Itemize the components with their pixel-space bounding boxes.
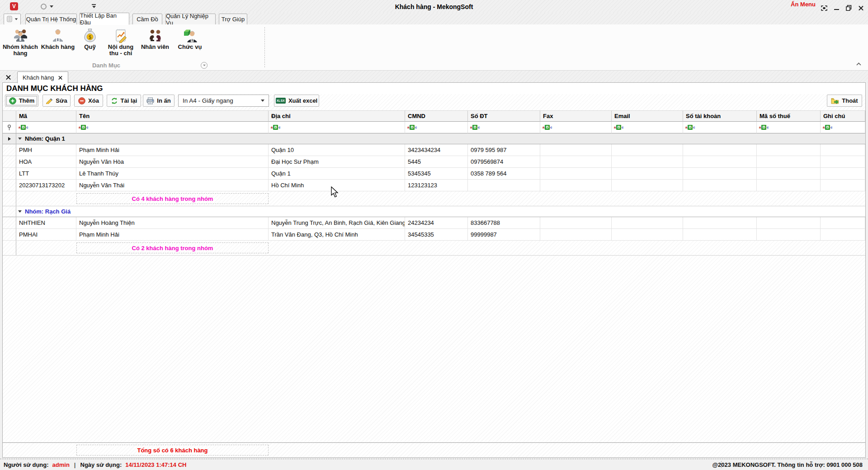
cell-so-tai-khoan[interactable] bbox=[683, 229, 757, 241]
cell-ghi-chu[interactable] bbox=[821, 156, 865, 168]
cell-ma[interactable]: 20230713173202 bbox=[16, 180, 76, 191]
column-header-ghi-chu[interactable]: Ghi chú bbox=[821, 110, 865, 122]
cell-ma-so-thue[interactable] bbox=[757, 168, 821, 180]
exit-button[interactable]: Thoát bbox=[827, 95, 862, 107]
cell-so-tai-khoan[interactable] bbox=[683, 180, 757, 191]
cell-ten[interactable]: Nguyễn Hoàng Thiện bbox=[76, 217, 269, 229]
cell-ghi-chu[interactable] bbox=[821, 229, 865, 241]
hide-menu-link[interactable]: Ẩn Menu bbox=[791, 1, 816, 8]
cell-so-dt[interactable]: 0979 595 987 bbox=[468, 144, 540, 156]
cell-ten[interactable]: Nguyễn Văn Thái bbox=[76, 180, 269, 191]
column-header-ten[interactable]: Tên bbox=[76, 110, 269, 122]
cell-so-tai-khoan[interactable] bbox=[683, 144, 757, 156]
add-button[interactable]: Thêm bbox=[5, 95, 38, 107]
filter-cell-ma-so-thue[interactable]: aBc bbox=[757, 122, 821, 133]
cell-ma[interactable]: PMH bbox=[16, 144, 76, 156]
cell-dia-chi[interactable]: Đại Học Sư Phạm bbox=[269, 156, 405, 168]
minimize-button[interactable] bbox=[834, 6, 839, 10]
ribbon-item-chuc-vu[interactable]: Chức vụ bbox=[172, 27, 208, 50]
cell-dia-chi[interactable]: Nguyễn Trung Trực, An Binh, Rạch Giá, Ki… bbox=[269, 217, 405, 229]
cell-ten[interactable]: Lê Thanh Thúy bbox=[76, 168, 269, 180]
cell-email[interactable] bbox=[612, 168, 683, 180]
cell-so-tai-khoan[interactable] bbox=[683, 217, 757, 229]
document-tab-khach-hang[interactable]: Khách hàng bbox=[17, 71, 68, 83]
ribbon-item-nhom-khach-hang[interactable]: Nhóm khách hàng bbox=[2, 27, 38, 57]
cell-ma[interactable]: PMHAI bbox=[16, 229, 76, 241]
filter-cell-email[interactable]: aBc bbox=[612, 122, 683, 133]
ribbon-item-khach-hang[interactable]: Khách hàng bbox=[40, 27, 76, 50]
reload-button[interactable]: Tải lại bbox=[107, 95, 141, 107]
ribbon-menu-button[interactable] bbox=[4, 14, 21, 25]
cell-dia-chi[interactable]: Quận 10 bbox=[269, 144, 405, 156]
cell-email[interactable] bbox=[612, 144, 683, 156]
group-dialog-launcher-icon[interactable] bbox=[201, 62, 208, 69]
cell-cmnd[interactable]: 5445 bbox=[405, 156, 468, 168]
group-row-quan-1[interactable]: Nhóm: Quận 1 bbox=[3, 133, 865, 144]
cell-so-tai-khoan[interactable] bbox=[683, 168, 757, 180]
table-row[interactable]: HOA Nguyễn Văn Hòa Đại Học Sư Phạm 5445 … bbox=[3, 156, 865, 168]
ribbon-tab-thiet-lap-ban-dau[interactable]: Thiết Lập Ban Đầu bbox=[80, 13, 129, 25]
print-button[interactable]: In ấn bbox=[143, 95, 175, 107]
cell-ma[interactable]: LTT bbox=[16, 168, 76, 180]
ribbon-tab-tro-giup[interactable]: Trợ Giúp bbox=[219, 14, 247, 25]
delete-button[interactable]: Xóa bbox=[74, 95, 103, 107]
cell-ma-so-thue[interactable] bbox=[757, 156, 821, 168]
cell-email[interactable] bbox=[612, 229, 683, 241]
filter-cell-cmnd[interactable]: aBc bbox=[405, 122, 468, 133]
cell-cmnd[interactable]: 5345345 bbox=[405, 168, 468, 180]
cell-fax[interactable] bbox=[540, 168, 612, 180]
column-header-fax[interactable]: Fax bbox=[540, 110, 612, 122]
filter-cell-fax[interactable]: aBc bbox=[540, 122, 612, 133]
ribbon-item-nhan-vien[interactable]: Nhân viên bbox=[137, 27, 173, 50]
column-header-dia-chi[interactable]: Địa chỉ bbox=[269, 110, 405, 122]
filter-cell-ghi-chu[interactable]: aBc bbox=[821, 122, 865, 133]
column-header-ma[interactable]: Mã bbox=[16, 110, 76, 122]
column-header-email[interactable]: Email bbox=[612, 110, 683, 122]
cell-ma-so-thue[interactable] bbox=[757, 229, 821, 241]
ribbon-tab-quan-tri-he-thong[interactable]: Quản Trị Hệ Thống bbox=[25, 14, 77, 25]
table-row[interactable]: PMH Phạm Minh Hải Quận 10 3423434234 097… bbox=[3, 144, 865, 156]
cell-dia-chi[interactable]: Quận 1 bbox=[269, 168, 405, 180]
edit-button[interactable]: Sửa bbox=[42, 95, 71, 107]
cell-ghi-chu[interactable] bbox=[821, 217, 865, 229]
collapse-group-icon[interactable] bbox=[18, 210, 22, 213]
column-header-so-dt[interactable]: Số ĐT bbox=[468, 110, 540, 122]
fullscreen-button[interactable] bbox=[821, 5, 827, 11]
cell-so-dt[interactable]: 99999987 bbox=[468, 229, 540, 241]
cell-cmnd[interactable]: 24234234 bbox=[405, 217, 468, 229]
filter-cell-ma[interactable]: aBc bbox=[16, 122, 76, 133]
cell-so-tai-khoan[interactable] bbox=[683, 156, 757, 168]
cell-ma-so-thue[interactable] bbox=[757, 217, 821, 229]
cell-ma[interactable]: NHTHIEN bbox=[16, 217, 76, 229]
print-format-select[interactable]: In A4 - Giấy ngang bbox=[178, 95, 269, 107]
cell-so-dt[interactable] bbox=[468, 180, 540, 191]
filter-cell-ten[interactable]: aBc bbox=[76, 122, 269, 133]
column-header-so-tai-khoan[interactable]: Số tài khoản bbox=[683, 110, 757, 122]
ribbon-tab-cam-do[interactable]: Cầm Đồ bbox=[132, 14, 162, 25]
cell-ten[interactable]: Nguyễn Văn Hòa bbox=[76, 156, 269, 168]
cell-so-dt[interactable]: 0979569874 bbox=[468, 156, 540, 168]
collapse-group-icon[interactable] bbox=[18, 138, 22, 140]
cell-cmnd[interactable]: 34545335 bbox=[405, 229, 468, 241]
cell-email[interactable] bbox=[612, 217, 683, 229]
cell-cmnd[interactable]: 3423434234 bbox=[405, 144, 468, 156]
filter-cell-so-dt[interactable]: aBc bbox=[468, 122, 540, 133]
cell-so-dt[interactable]: 833667788 bbox=[468, 217, 540, 229]
cell-ten[interactable]: Phạm Minh Hải bbox=[76, 229, 269, 241]
column-header-ma-so-thue[interactable]: Mã số thuế bbox=[757, 110, 821, 122]
cell-fax[interactable] bbox=[540, 180, 612, 191]
cell-fax[interactable] bbox=[540, 156, 612, 168]
table-row[interactable]: LTT Lê Thanh Thúy Quận 1 5345345 0358 78… bbox=[3, 168, 865, 180]
cell-ghi-chu[interactable] bbox=[821, 180, 865, 191]
close-all-tabs-button[interactable] bbox=[6, 73, 11, 81]
group-row-rach-gia[interactable]: Nhóm: Rạch Giá bbox=[3, 206, 865, 217]
cell-email[interactable] bbox=[612, 156, 683, 168]
table-row[interactable]: 20230713173202 Nguyễn Văn Thái Hồ Chí Mi… bbox=[3, 180, 865, 191]
cell-ten[interactable]: Phạm Minh Hải bbox=[76, 144, 269, 156]
cell-ma-so-thue[interactable] bbox=[757, 144, 821, 156]
cell-fax[interactable] bbox=[540, 229, 612, 241]
cell-fax[interactable] bbox=[540, 144, 612, 156]
table-row[interactable]: PMHAI Phạm Minh Hải Trần Văn Đang, Q3, H… bbox=[3, 229, 865, 241]
cell-dia-chi[interactable]: Trần Văn Đang, Q3, Hồ Chí Minh bbox=[269, 229, 405, 241]
close-button[interactable] bbox=[859, 5, 863, 10]
